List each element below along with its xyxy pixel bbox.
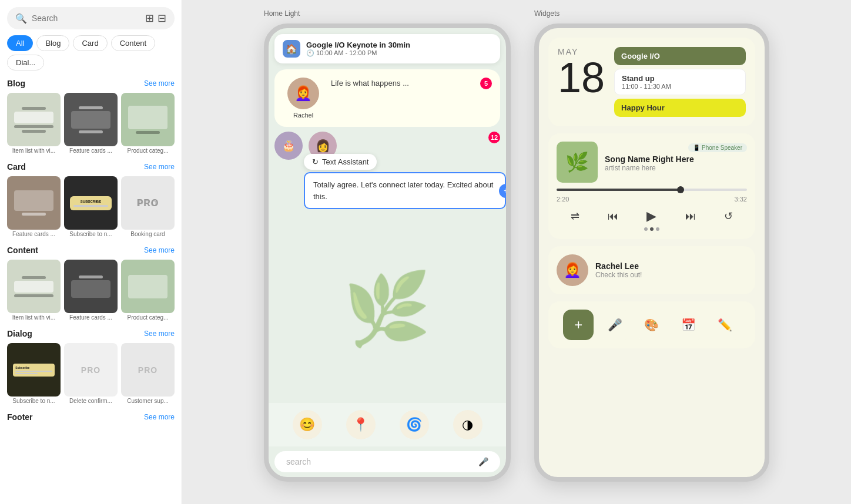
list-item[interactable]: [121, 260, 175, 313]
section-dialog: Dialog See more Subscribe Subscribe to n…: [7, 329, 175, 404]
card-label: Feature cards ...: [64, 147, 118, 154]
list-item[interactable]: PRO: [64, 343, 118, 397]
cal-event-happy-hour[interactable]: Happy Hour: [614, 99, 746, 117]
palette-button[interactable]: 🎨: [636, 310, 667, 340]
dot-2: [650, 227, 654, 231]
list-item[interactable]: Subscribe: [7, 343, 61, 397]
next-button[interactable]: ⏭: [685, 210, 696, 223]
text-assistant-label[interactable]: ↻ Text Assistant: [304, 154, 377, 170]
search-input[interactable]: [32, 14, 140, 23]
phone-home-light-frame: 🏠 Google I/O Keynote in 30min 🕙 10:00 AM…: [264, 23, 511, 482]
list-item[interactable]: [121, 93, 175, 146]
section-blog: Blog See more Item list with vi...: [7, 79, 175, 154]
mic-button[interactable]: 🎤: [600, 310, 631, 340]
cal-event-standup[interactable]: Stand up 11:00 - 11:30 AM: [614, 69, 746, 95]
search-bar[interactable]: 🔍 ⊞ ⊟: [7, 7, 175, 29]
chat-message: Life is what happens ...: [331, 79, 409, 88]
section-dialog-title: Dialog: [7, 329, 32, 338]
search-placeholder-text: search: [286, 457, 311, 466]
progress-dot: [677, 186, 684, 193]
section-footer: Footer See more: [7, 412, 175, 426]
blog-cards-grid: Item list with vi... Feature cards ...: [7, 93, 175, 154]
edit-button[interactable]: ✏️: [710, 310, 741, 340]
cal-event-google[interactable]: Google I/O: [614, 47, 746, 65]
content-cards-grid: Item list with vi... Feature cards ...: [7, 260, 175, 321]
notification-text: Google I/O Keynote in 30min 🕙 10:00 AM -…: [306, 41, 492, 57]
album-art: 🌿: [557, 142, 598, 183]
repeat-button[interactable]: ↺: [724, 210, 733, 223]
progress-bar[interactable]: [557, 189, 747, 191]
grid-view-button[interactable]: ⊞: [145, 12, 154, 25]
message-widget-text: Rachel Lee Check this out!: [595, 261, 642, 279]
shuffle-button[interactable]: ⇌: [571, 210, 579, 223]
list-item[interactable]: [7, 176, 61, 230]
section-content: Content See more Item list with vi...: [7, 246, 175, 321]
filter-tabs: All Blog Card Content Dial...: [7, 35, 175, 70]
list-item[interactable]: [64, 260, 118, 313]
card-label: Feature cards ...: [7, 231, 61, 237]
phone-widgets-section: Widgets MAY 18 Google I/O Stand up 11:00…: [534, 9, 769, 495]
dialog-cards-grid: Subscribe Subscribe to n... PRO Delete c…: [7, 343, 175, 404]
cal-event-title: Happy Hour: [621, 103, 739, 112]
filter-card[interactable]: Card: [73, 35, 107, 51]
music-top: 🌿 📱 Phone Speaker Song Name Right Here a…: [557, 142, 747, 183]
bottom-icons: 😊 📍 🌀 ◑: [269, 403, 506, 446]
cal-event-title: Stand up: [622, 74, 738, 83]
play-button[interactable]: ▶: [646, 209, 656, 224]
list-item[interactable]: PRO: [121, 176, 175, 230]
footer-see-more[interactable]: See more: [144, 413, 175, 421]
list-view-button[interactable]: ⊟: [158, 12, 166, 25]
filter-all[interactable]: All: [7, 35, 33, 51]
content-see-more[interactable]: See more: [144, 246, 175, 254]
list-item[interactable]: [64, 93, 118, 146]
emoji-button[interactable]: 😊: [293, 410, 322, 439]
quick-actions-widget: + 🎤 🎨 📅 ✏️: [548, 301, 755, 348]
music-title: Song Name Right Here: [605, 154, 747, 164]
progress-fill: [557, 189, 681, 191]
chat-card[interactable]: 👩‍🦰 Rachel Life is what happens ... 5: [274, 69, 500, 127]
card-label: Subscribe to n...: [64, 231, 118, 237]
notification-card: 🏠 Google I/O Keynote in 30min 🕙 10:00 AM…: [274, 34, 500, 63]
card-label: Product categ...: [121, 314, 175, 321]
list-item[interactable]: PRO: [121, 343, 175, 397]
blog-see-more[interactable]: See more: [144, 79, 175, 88]
filter-content[interactable]: Content: [111, 35, 156, 51]
dot-3: [656, 227, 659, 231]
phone-search-bar[interactable]: search 🎤: [274, 451, 500, 472]
cal-event-title: Google I/O: [621, 52, 739, 61]
notification-subtitle: 🕙 10:00 AM - 12:00 PM: [306, 49, 492, 57]
mic-icon: 🎤: [478, 457, 488, 466]
card-label: Item list with vi...: [7, 147, 61, 154]
dots-indicator: [557, 227, 747, 231]
phone-home-light-section: Home Light 🏠 Google I/O Keynote in 30min…: [264, 9, 511, 495]
refresh-icon: ↻: [312, 157, 319, 166]
calendar-button[interactable]: 📅: [673, 310, 703, 340]
calendar-day: 18: [558, 56, 605, 99]
widgets-label: Widgets: [534, 9, 559, 18]
text-assistant-text: Text Assistant: [322, 157, 368, 166]
add-button[interactable]: +: [563, 310, 594, 340]
message-widget[interactable]: 👩‍🦰 Rachel Lee Check this out!: [548, 246, 755, 294]
notification-title: Google I/O Keynote in 30min: [306, 41, 492, 49]
widget-frame: MAY 18 Google I/O Stand up 11:00 - 11:30…: [534, 23, 769, 482]
list-item[interactable]: [7, 260, 61, 313]
prev-button[interactable]: ⏮: [608, 210, 618, 223]
section-footer-title: Footer: [7, 412, 33, 422]
chat-name: Rachel: [293, 112, 313, 119]
card-label: Delete confirm...: [64, 398, 118, 404]
dialog-see-more[interactable]: See more: [144, 330, 175, 338]
list-item[interactable]: SUBSCRIBE: [64, 176, 118, 230]
filter-blog[interactable]: Blog: [36, 35, 69, 51]
card-see-more[interactable]: See more: [144, 163, 175, 171]
card-label: Booking card: [121, 231, 175, 237]
speaker-badge: 📱 Phone Speaker: [688, 143, 747, 152]
contrast-button[interactable]: ◑: [453, 410, 483, 439]
list-item[interactable]: [7, 93, 61, 146]
spinner-button[interactable]: 🌀: [400, 410, 429, 439]
filter-dialog[interactable]: Dial...: [7, 55, 44, 70]
chat-message-text: Life is what happens ...: [331, 78, 409, 88]
bubble-text: Totally agree. Let's connect later today…: [313, 180, 493, 201]
section-card-title: Card: [7, 162, 26, 172]
location-button[interactable]: 📍: [346, 410, 376, 439]
plus-button[interactable]: +: [499, 184, 511, 198]
